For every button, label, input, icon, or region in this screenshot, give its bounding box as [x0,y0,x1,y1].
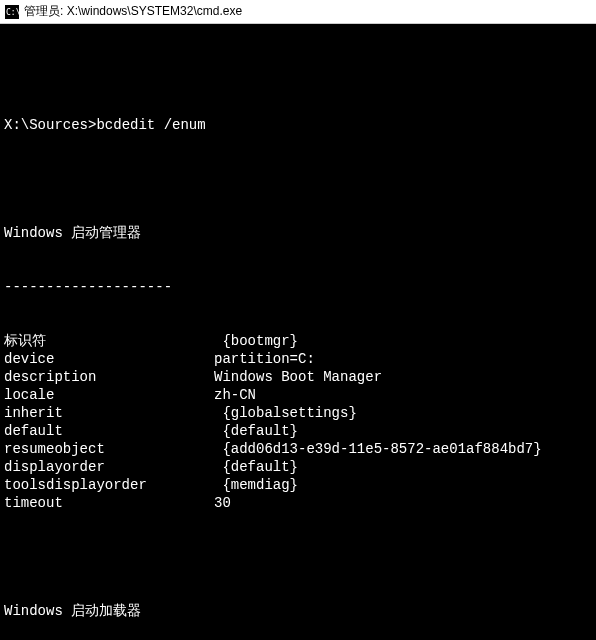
svg-text:C:\: C:\ [6,8,19,17]
cmd-icon: C:\ [4,4,20,20]
section-divider: -------------------- [4,278,592,296]
titlebar-text: 管理员: X:\windows\SYSTEM32\cmd.exe [24,3,242,20]
command-text: bcdedit /enum [96,117,205,133]
titlebar[interactable]: C:\ 管理员: X:\windows\SYSTEM32\cmd.exe [0,0,596,24]
config-value: {add06d13-e39d-11e5-8572-ae01af884bd7} [214,440,592,458]
config-key: resumeobject [4,440,214,458]
config-key: displayorder [4,458,214,476]
config-entry: timeout30 [4,494,592,512]
terminal-output[interactable]: X:\Sources>bcdedit /enum Windows 启动管理器 -… [0,24,596,640]
config-entry: localezh-CN [4,386,592,404]
config-value: 30 [214,494,592,512]
config-entry: inherit {globalsettings} [4,404,592,422]
blank-line [4,62,592,80]
blank-line [4,548,592,566]
section-title: Windows 启动管理器 [4,224,592,242]
config-key: inherit [4,404,214,422]
config-entry: devicepartition=C: [4,350,592,368]
config-entry: default {default} [4,422,592,440]
config-entry: descriptionWindows Boot Manager [4,368,592,386]
prompt-path: X:\Sources> [4,117,96,133]
config-entry: resumeobject {add06d13-e39d-11e5-8572-ae… [4,440,592,458]
section-title: Windows 启动加载器 [4,602,592,620]
config-key: description [4,368,214,386]
config-key: device [4,350,214,368]
config-value: {memdiag} [214,476,592,494]
config-value: {default} [214,422,592,440]
config-key: locale [4,386,214,404]
command-line: X:\Sources>bcdedit /enum [4,116,592,134]
config-value: partition=C: [214,350,592,368]
config-value: zh-CN [214,386,592,404]
blank-line [4,170,592,188]
config-entry: displayorder {default} [4,458,592,476]
config-value: Windows Boot Manager [214,368,592,386]
config-value: {default} [214,458,592,476]
config-entry: toolsdisplayorder {memdiag} [4,476,592,494]
config-key: default [4,422,214,440]
config-value: {bootmgr} [214,332,592,350]
config-value: {globalsettings} [214,404,592,422]
config-key: toolsdisplayorder [4,476,214,494]
config-key: 标识符 [4,332,214,350]
config-entry: 标识符 {bootmgr} [4,332,592,350]
config-key: timeout [4,494,214,512]
